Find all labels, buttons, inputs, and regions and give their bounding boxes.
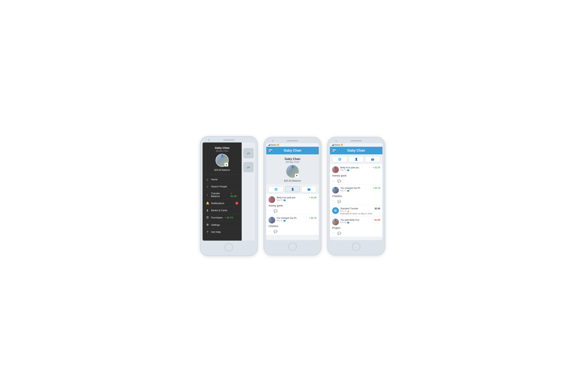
phone-3-feed-message-1: money gone xyxy=(332,174,380,177)
hamburger-button[interactable] xyxy=(269,149,272,152)
search-icon: ○ xyxy=(206,185,209,188)
phone-3-wifi-icon: 📶 xyxy=(341,144,343,146)
phone-3-comment-button-4[interactable]: 💬 xyxy=(337,232,341,235)
comment-button-1[interactable]: 💬 xyxy=(274,209,277,213)
feed-message-2: Cheetos xyxy=(268,224,317,228)
feed-actions-1: ♡ 💬 xyxy=(268,208,317,213)
phone-3-feed: 👤 Betty Kuo paid you + $1.00 May 07 👥 xyxy=(330,164,382,237)
phone-3-betty-avatar-icon: 👤 xyxy=(332,166,339,169)
phone-3-like-button-1[interactable]: ♡ xyxy=(332,179,335,183)
phone-3-feed-who-3: Standard Transfer xyxy=(340,207,358,210)
menu-banks-label: Banks & Cards xyxy=(211,209,227,212)
phone-3-tab-friends[interactable]: 👥 xyxy=(365,156,380,162)
feed-item-1-top: 👤 Betty Kuo paid you + $1.00 May 07 👥 xyxy=(268,196,317,203)
signal-bar-4 xyxy=(270,144,270,146)
phone-3-feed-avatar-gia: 👤 xyxy=(332,187,339,194)
phone-3-hamburger-button[interactable] xyxy=(333,149,336,152)
profile-handle: @Gaby-Chan xyxy=(268,161,317,163)
phone-3-comment-button-1[interactable]: 💬 xyxy=(337,179,341,183)
phone-3-feed-amount-3: $2.00 xyxy=(375,207,380,210)
like-button-1[interactable]: ♡ xyxy=(268,209,271,213)
feed-date-1: May 07 xyxy=(277,199,283,201)
phone-1-screen: Gaby Chan @Gaby-Chan 👤 ▦ $25.00 Balance xyxy=(203,142,255,240)
phone-2: Sketch 📶 Gaby Chan Gaby Chan @Gaby-Chan xyxy=(264,137,321,255)
tab-personal[interactable]: 👤 xyxy=(285,186,300,192)
menu-avatar-wrapper: 👤 ▦ xyxy=(216,154,229,167)
feed-item-2-top: 👤 You charged Gia Ph + $2.70 May 07 👥 xyxy=(268,217,317,224)
phone-3-comment-button-2[interactable]: 💬 xyxy=(337,200,341,203)
phone-3-feed-info-1: Betty Kuo paid you + $1.00 May 07 👥 xyxy=(340,166,380,171)
help-icon: ? xyxy=(206,230,209,234)
phone-3-like-button-2[interactable]: ♡ xyxy=(332,200,335,203)
phone-3-feed-privacy-4: 👥 xyxy=(347,222,349,224)
phone-3-feed-who-4: You paid Betty Kuo xyxy=(340,219,359,221)
phone-3-signal-bars xyxy=(332,144,334,146)
feed-info-1: Betty Kuo paid you + $1.00 May 07 👥 xyxy=(277,196,317,201)
profile-avatar-wrapper: 👤 ▦ xyxy=(286,165,299,178)
profile-section: Gaby Chan @Gaby-Chan 👤 ▦ $25.00 Balance xyxy=(266,154,319,184)
menu-right-panel: ⇌ ⇌ xyxy=(242,142,255,240)
menu-item-search[interactable]: ○ Search People xyxy=(203,183,242,190)
phone-3-feed-transfer-info: Estimated to arrive on May 8, 2018 xyxy=(340,212,380,215)
phone-1-home-button[interactable] xyxy=(225,243,233,252)
feed-who-2: You charged Gia Ph xyxy=(277,217,297,219)
charge-btn[interactable]: ⇌ xyxy=(243,162,254,172)
phone-2-home-button[interactable] xyxy=(288,243,297,251)
profile-qr-badge: ▦ xyxy=(295,174,299,178)
feed-item-1: 👤 Betty Kuo paid you + $1.00 May 07 👥 xyxy=(266,194,319,214)
phone-3-feed-date-4: May 06 xyxy=(340,222,347,224)
menu-settings-label: Settings xyxy=(211,224,220,226)
menu-item-transfer[interactable]: ↑ Transfer Balance + $1.00 xyxy=(203,190,242,200)
phone-3-feed-info-4: You paid Betty Kuo - $1.00 May 06 👥 xyxy=(340,219,380,224)
comment-button-2[interactable]: 💬 xyxy=(274,230,277,233)
menu-item-help[interactable]: ? Get Help xyxy=(203,228,242,236)
transfer-amount: + $1.00 xyxy=(231,192,238,198)
menu-item-purchases[interactable]: ☰ Purchases + $2.70 xyxy=(203,214,242,221)
settings-icon: ⚙ xyxy=(206,223,209,226)
phone-2-speaker xyxy=(287,140,298,141)
phone-2-screen: Sketch 📶 Gaby Chan Gaby Chan @Gaby-Chan xyxy=(266,143,319,240)
phone-3-tab-personal[interactable]: 👤 xyxy=(349,156,364,162)
phone-3-hamburger-dot xyxy=(334,150,336,152)
phone-3-feed-privacy-2: 👥 xyxy=(347,190,349,192)
feed-info-2: You charged Gia Ph + $2.70 May 07 👥 xyxy=(277,217,317,222)
menu-sidebar: Gaby Chan @Gaby-Chan 👤 ▦ $25.00 Balance xyxy=(203,142,242,240)
phone-3-feed-who-2: You charged Gia Ph xyxy=(340,187,360,190)
phone-3-feed-amount-2: + $2.70 xyxy=(373,187,380,190)
phone-3-home-button[interactable] xyxy=(352,243,360,251)
like-button-2[interactable]: ♡ xyxy=(268,230,271,233)
menu-items: ⌂ Home ○ Search People ↑ Transfer Balanc… xyxy=(203,174,242,237)
feed-meta-2: May 07 👥 xyxy=(277,220,317,222)
menu-item-home[interactable]: ⌂ Home xyxy=(203,176,242,183)
phone-3-betty2-avatar-icon: 👤 xyxy=(332,219,339,222)
phone-2-top xyxy=(266,140,319,141)
phone-3-feed-info-3: Standard Transfer $2.00 May 06 🔒 Estimat… xyxy=(340,207,380,215)
transfer-btn[interactable]: ⇌ xyxy=(243,148,254,158)
phone-3: Sketch 📶 Gaby Chan 🌐 👤 👥 xyxy=(327,137,385,255)
phone-3-top xyxy=(330,140,382,141)
tab-friends[interactable]: 👥 xyxy=(301,186,317,192)
phone-1-bottom xyxy=(203,243,255,252)
transfer-icon: ↑ xyxy=(206,193,209,196)
menu-search-label: Search People xyxy=(211,185,227,188)
phone-3-like-button-4[interactable]: ♡ xyxy=(332,232,335,235)
menu-item-notifications[interactable]: 🔔 Notifications 1 xyxy=(203,200,242,207)
feed-actions-2: ♡ 💬 xyxy=(268,229,317,233)
phone-3-feed-actions-1: ♡ 💬 xyxy=(332,178,380,183)
feed-amount-1: + $1.00 xyxy=(309,196,317,199)
betty-avatar-icon: 👤 xyxy=(268,196,275,199)
hamburger-line-1 xyxy=(269,149,272,150)
phone-2-feed: 👤 Betty Kuo paid you + $1.00 May 07 👥 xyxy=(266,194,319,235)
signal-bar-2 xyxy=(269,145,269,146)
menu-profile-handle: @Gaby-Chan xyxy=(206,150,239,152)
menu-item-settings[interactable]: ⚙ Settings xyxy=(203,221,242,228)
phone-3-feed-message-2: Cheetos xyxy=(332,194,380,198)
phone-camera xyxy=(208,139,210,141)
phone-3-feed-date-2: May 07 xyxy=(340,190,347,192)
phone-3-tab-global[interactable]: 🌐 xyxy=(332,156,347,162)
phone-3-speaker xyxy=(351,140,362,141)
tab-global[interactable]: 🌐 xyxy=(268,186,284,192)
menu-item-banks[interactable]: $ Banks & Cards xyxy=(203,207,242,214)
phone-3-feed-amount-1: + $1.00 xyxy=(373,166,380,169)
signal-bar-1 xyxy=(268,145,268,146)
